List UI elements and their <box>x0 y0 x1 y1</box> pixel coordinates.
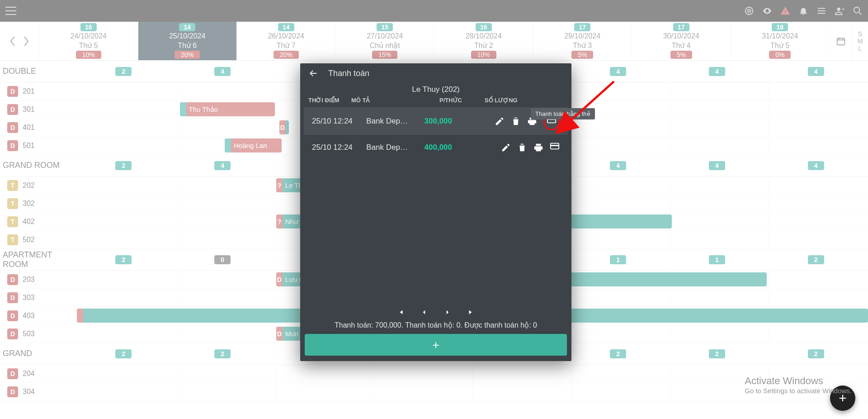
back-icon[interactable] <box>308 68 318 78</box>
dialog-title: Thanh toán <box>328 69 369 78</box>
payment-method: Bank Dep… <box>355 117 411 126</box>
edit-icon[interactable] <box>501 143 511 152</box>
payment-time: 25/10 12:24 <box>312 117 355 126</box>
print-icon[interactable] <box>533 143 543 152</box>
delete-icon[interactable] <box>511 116 521 126</box>
add-payment-button[interactable]: + <box>305 334 567 356</box>
payment-amount: 400,000 <box>411 143 452 152</box>
dialog-columns: THỜI ĐIỂM MÔ TẢ P/THỨC SỐ LƯỢNG <box>300 95 571 105</box>
payment-summary: Thanh toán: 700,000. Thanh toán hộ: 0. Đ… <box>300 320 571 334</box>
card-payment-wrapper <box>550 141 560 153</box>
payment-time: 25/10 12:24 <box>312 143 355 152</box>
page-prev-icon[interactable] <box>420 308 428 316</box>
payment-dialog: Thanh toán Le Thuy (202) THỜI ĐIỂM MÔ TẢ… <box>300 63 571 361</box>
page-first-icon[interactable] <box>396 308 405 316</box>
svg-line-10 <box>569 81 614 122</box>
payment-method: Bank Dep… <box>355 143 411 152</box>
annotation-arrow <box>560 77 623 138</box>
payment-amount: 300,000 <box>411 117 452 126</box>
page-next-icon[interactable] <box>443 308 452 316</box>
os-watermark: Activate Windows Go to Settings to activ… <box>745 375 852 395</box>
dialog-subject: Le Thuy (202) <box>300 83 571 95</box>
card-icon[interactable] <box>550 141 560 151</box>
page-last-icon[interactable] <box>467 308 475 316</box>
svg-rect-9 <box>551 145 559 146</box>
payment-row[interactable]: 25/10 12:24 Bank Dep… 300,000 <box>304 107 568 135</box>
payment-row[interactable]: 25/10 12:24 Bank Dep… 400,000 <box>304 137 568 158</box>
pager <box>300 305 571 320</box>
delete-icon[interactable] <box>517 143 527 152</box>
edit-icon[interactable] <box>495 116 505 126</box>
